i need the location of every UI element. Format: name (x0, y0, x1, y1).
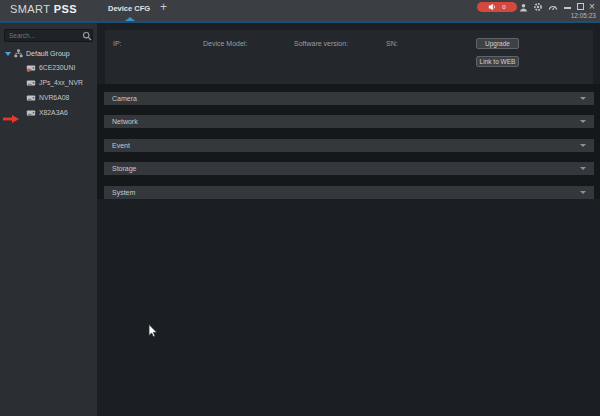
maximize-icon[interactable] (577, 3, 584, 10)
config-sections: Camera Network Event Storage System (97, 84, 600, 199)
chevron-down-icon[interactable] (580, 97, 586, 100)
alarm-count-badge[interactable]: 0 (477, 2, 517, 12)
section-system[interactable]: System (104, 186, 594, 199)
minimize-icon[interactable] (564, 7, 571, 9)
device-model-label: Device Model: (203, 40, 247, 47)
app-logo: SMART PSS (10, 3, 77, 15)
title-bar: SMART PSS Device CFG + 0 × 12:05:23 (0, 0, 600, 23)
search-icon[interactable] (81, 30, 92, 41)
nvr-device-icon (26, 79, 36, 87)
chevron-down-icon[interactable] (580, 120, 586, 123)
search-box[interactable] (4, 29, 93, 42)
speaker-icon (488, 3, 496, 11)
device-name: 6CE230UNI (39, 64, 75, 71)
section-camera[interactable]: Camera (104, 92, 594, 105)
gear-icon[interactable] (533, 2, 543, 12)
section-label: System (112, 186, 135, 199)
section-network[interactable]: Network (104, 115, 594, 128)
tree-expand-icon[interactable] (5, 52, 11, 56)
brand-light: SMART (10, 3, 50, 15)
nvr-device-icon (26, 109, 36, 117)
red-arrow-annotation-icon (3, 109, 19, 117)
device-name: JPs_4xx_NVR (39, 79, 83, 86)
chevron-down-icon[interactable] (580, 167, 586, 170)
camera-device-icon (26, 64, 36, 72)
upgrade-button[interactable]: Upgrade (476, 38, 519, 49)
search-input[interactable] (5, 32, 81, 39)
link-to-web-button[interactable]: Link to WEB (476, 56, 519, 67)
device-config-panel: IP: Device Model: Software version: SN: … (97, 23, 600, 416)
sn-label: SN: (386, 40, 398, 47)
gauge-icon[interactable] (548, 2, 558, 12)
tree-device-nvr6a08[interactable]: NVR6A08 (0, 90, 97, 105)
tree-device-6ce230uni[interactable]: 6CE230UNI (0, 60, 97, 75)
section-label: Network (112, 115, 138, 128)
device-name: NVR6A08 (39, 94, 69, 101)
group-icon (14, 49, 23, 58)
add-tab-button[interactable]: + (160, 0, 167, 14)
section-storage[interactable]: Storage (104, 162, 594, 175)
tree-group-default[interactable]: Default Group (0, 47, 97, 60)
user-icon[interactable] (518, 2, 528, 12)
clock-text: 12:05:23 (571, 12, 596, 19)
software-version-label: Software version: (294, 40, 348, 47)
alarm-count: 0 (502, 4, 505, 10)
brand-bold: PSS (54, 3, 77, 15)
device-name: X82A3A6 (39, 109, 68, 116)
section-label: Event (112, 139, 130, 152)
chevron-down-icon[interactable] (580, 144, 586, 147)
section-label: Camera (112, 92, 137, 105)
nvr-device-icon (26, 94, 36, 102)
mouse-cursor-icon (148, 324, 158, 342)
tree-device-jps-4xx-nvr[interactable]: JPs_4xx_NVR (0, 75, 97, 90)
section-label: Storage (112, 162, 137, 175)
device-tree-sidebar: Default Group 6CE230UNI JPs_4xx_NVR NVR6… (0, 23, 97, 416)
section-event[interactable]: Event (104, 139, 594, 152)
chevron-down-icon[interactable] (580, 191, 586, 194)
group-label: Default Group (26, 50, 70, 57)
ip-label: IP: (113, 40, 122, 47)
device-info-panel: IP: Device Model: Software version: SN: … (105, 30, 593, 84)
smartpss-window: SMART PSS Device CFG + 0 × 12:05:23 (0, 0, 600, 416)
tab-device-cfg[interactable]: Device CFG (108, 4, 150, 13)
